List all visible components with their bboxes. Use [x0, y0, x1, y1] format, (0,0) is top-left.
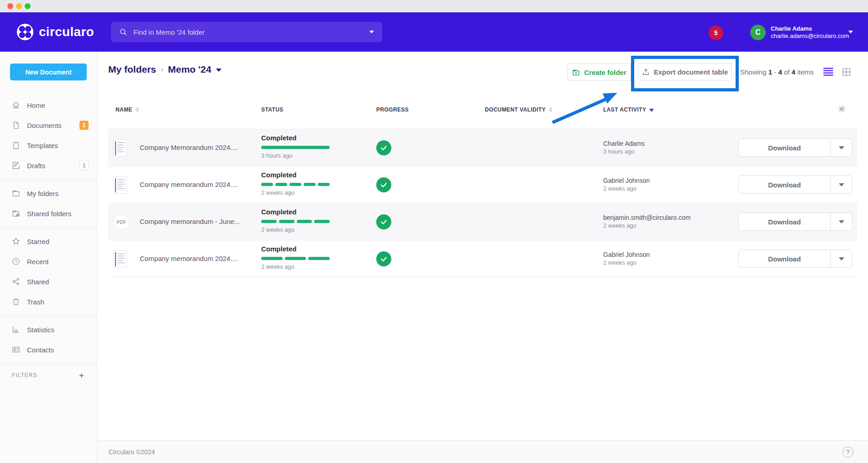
sidebar-item-shared-folders[interactable]: Shared folders: [0, 203, 97, 224]
export-label: Export document table: [654, 68, 728, 76]
export-document-table-button[interactable]: Export document table: [638, 63, 732, 80]
search-placeholder: Find in Memo '24 folder: [133, 28, 369, 36]
doc-name[interactable]: Company memorandum 2024....: [140, 181, 238, 188]
table-row[interactable]: Company memorandum 2024.... Completed 2 …: [108, 166, 857, 203]
download-button[interactable]: Download: [739, 213, 830, 230]
avatar[interactable]: C: [750, 25, 766, 40]
download-label: Download: [768, 144, 801, 152]
search-icon: [119, 28, 127, 36]
caret-down-icon: [839, 183, 844, 186]
progress-complete-check-icon: [376, 177, 391, 192]
table-settings-gear-icon[interactable]: [837, 105, 846, 113]
download-label: Download: [768, 218, 801, 226]
caret-down-icon: [839, 146, 844, 149]
sidebar-item-templates[interactable]: Templates: [0, 135, 97, 155]
download-options-caret[interactable]: [830, 139, 852, 156]
column-header-name[interactable]: NAME: [116, 106, 139, 113]
document-thumbnail-cell: PDF: [113, 213, 130, 230]
status-cell: Completed 2 weeks ago: [261, 208, 330, 233]
sidebar-item-recent[interactable]: Recent: [0, 251, 97, 271]
close-window-button[interactable]: [7, 3, 13, 9]
doc-name[interactable]: Company memorandum 2024....: [140, 255, 238, 262]
filters-section: FILTERS +: [0, 367, 97, 383]
sidebar-divider: [0, 363, 97, 364]
brand-logo[interactable]: circularo: [16, 23, 94, 41]
sidebar-divider: [0, 315, 97, 316]
download-options-caret[interactable]: [830, 250, 852, 267]
sidebar-item-trash[interactable]: Trash: [0, 292, 97, 312]
download-options-caret[interactable]: [830, 213, 852, 230]
search-input[interactable]: Find in Memo '24 folder: [111, 22, 382, 42]
documents-count-badge: 1: [79, 121, 89, 130]
sidebar: New Document Home Documents 1 Templates …: [0, 52, 97, 463]
activity-name: Gabriel Johnson: [603, 177, 650, 185]
download-split-button[interactable]: Download: [738, 250, 852, 268]
download-label: Download: [768, 181, 801, 189]
status-cell: Completed 3 hours ago: [261, 134, 330, 159]
column-header-document-validity[interactable]: DOCUMENT VALIDITY: [485, 106, 552, 113]
create-folder-button[interactable]: Create folder: [568, 64, 631, 81]
progress-bar: [261, 220, 330, 223]
sidebar-item-statistics[interactable]: Statistics: [0, 319, 97, 340]
sidebar-item-documents[interactable]: Documents 1: [0, 115, 97, 135]
status-label: Completed: [261, 171, 330, 179]
doc-name[interactable]: Company memorandum - June...: [140, 218, 240, 225]
sort-icon[interactable]: [549, 107, 552, 112]
add-filter-button[interactable]: +: [79, 371, 84, 380]
progress-complete-check-icon: [376, 140, 391, 155]
table-row[interactable]: Company memorandum 2024.... Completed 2 …: [108, 240, 857, 277]
search-scope-caret-icon[interactable]: [369, 31, 374, 33]
sidebar-item-label: Starred: [27, 238, 89, 245]
download-button[interactable]: Download: [739, 250, 830, 267]
status-cell: Completed 2 weeks ago: [261, 171, 330, 196]
main-content: My folders › Memo '24 Create folder Expo…: [97, 52, 868, 440]
activity-name: benjamin.smith@circularo.com: [603, 214, 691, 222]
column-header-status[interactable]: STATUS: [261, 106, 284, 113]
status-time: 2 weeks ago: [261, 189, 330, 196]
document-thumbnail: [113, 176, 127, 194]
user-menu-caret-icon[interactable]: [848, 31, 853, 33]
column-header-progress[interactable]: PROGRESS: [376, 106, 409, 113]
notification-badge[interactable]: 5: [709, 26, 723, 40]
download-options-caret[interactable]: [830, 176, 852, 193]
filters-label: FILTERS: [12, 372, 79, 378]
user-menu[interactable]: Charlie Adams charlie.adams@circularo.co…: [771, 25, 849, 40]
sidebar-item-label: Shared: [27, 278, 89, 286]
sidebar-item-starred[interactable]: Starred: [0, 231, 97, 251]
list-view-toggle-icon[interactable]: [823, 68, 833, 76]
sidebar-item-home[interactable]: Home: [0, 95, 97, 115]
column-header-last-activity[interactable]: LAST ACTIVITY: [603, 106, 654, 113]
grid-view-toggle-icon[interactable]: [842, 67, 851, 77]
home-icon: [12, 101, 20, 109]
sidebar-item-drafts[interactable]: Drafts 1: [0, 155, 97, 176]
table-row[interactable]: Company Memorandum 2024.... Completed 3 …: [108, 129, 857, 166]
sidebar-item-label: Contacts: [27, 346, 89, 354]
table-row[interactable]: PDF Company memorandum - June... Complet…: [108, 203, 857, 240]
download-button[interactable]: Download: [739, 176, 830, 193]
sidebar-item-label: Templates: [27, 142, 89, 149]
download-button[interactable]: Download: [739, 139, 830, 156]
sidebar-item-label: Documents: [27, 122, 79, 129]
sidebar-item-label: Statistics: [27, 326, 89, 334]
folder-menu-caret-icon[interactable]: [216, 69, 221, 72]
minimize-window-button[interactable]: [16, 3, 22, 9]
maximize-window-button[interactable]: [25, 3, 31, 9]
status-time: 2 weeks ago: [261, 226, 330, 233]
new-document-button[interactable]: New Document: [10, 64, 87, 80]
sidebar-item-shared[interactable]: Shared: [0, 271, 97, 292]
breadcrumb-current-folder[interactable]: Memo '24: [168, 64, 211, 75]
sidebar-item-contacts[interactable]: Contacts: [0, 340, 97, 360]
sidebar-item-label: Home: [27, 101, 89, 109]
doc-name[interactable]: Company Memorandum 2024....: [140, 144, 238, 151]
breadcrumb-my-folders[interactable]: My folders: [108, 64, 156, 75]
document-thumbnail-cell: [113, 139, 127, 157]
sidebar-item-my-folders[interactable]: My folders: [0, 183, 97, 203]
download-split-button[interactable]: Download: [738, 213, 852, 231]
progress-complete-check-icon: [376, 251, 391, 266]
download-split-button[interactable]: Download: [738, 176, 852, 194]
sort-icon[interactable]: [136, 107, 139, 112]
download-split-button[interactable]: Download: [738, 138, 852, 157]
help-icon[interactable]: ?: [842, 447, 853, 458]
activity-time: 2 weeks ago: [603, 259, 650, 266]
sidebar-item-label: Drafts: [27, 162, 79, 170]
